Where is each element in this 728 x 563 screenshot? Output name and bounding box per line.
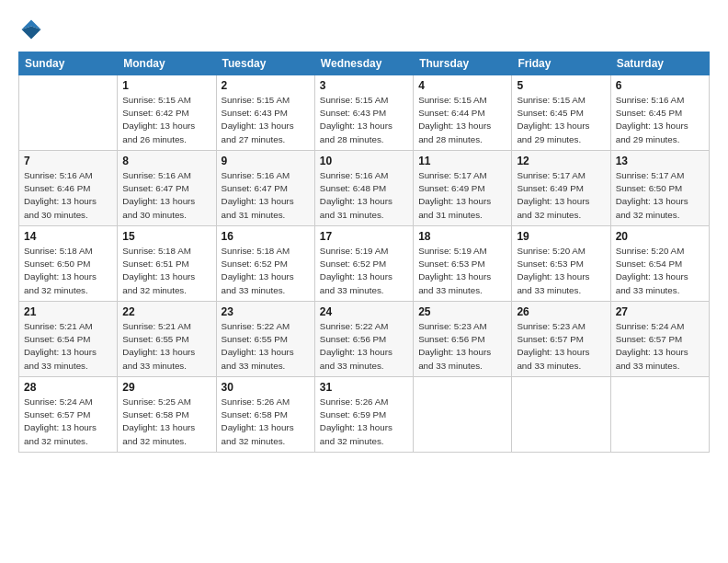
day-info: Sunrise: 5:16 AM Sunset: 6:47 PM Dayligh…: [222, 169, 310, 222]
day-number: 6: [616, 79, 704, 92]
week-row-1: 1Sunrise: 5:15 AM Sunset: 6:42 PM Daylig…: [19, 75, 710, 151]
calendar-cell: 9Sunrise: 5:16 AM Sunset: 6:47 PM Daylig…: [216, 151, 314, 226]
day-number: 26: [517, 305, 605, 318]
day-info: Sunrise: 5:15 AM Sunset: 6:45 PM Dayligh…: [517, 94, 605, 146]
col-header-thursday: Thursday: [414, 52, 512, 75]
calendar-cell: 27Sunrise: 5:24 AM Sunset: 6:57 PM Dayli…: [610, 302, 709, 377]
calendar-cell: 21Sunrise: 5:21 AM Sunset: 6:54 PM Dayli…: [19, 302, 118, 377]
col-header-friday: Friday: [512, 52, 610, 75]
day-info: Sunrise: 5:18 AM Sunset: 6:52 PM Dayligh…: [222, 245, 310, 297]
day-number: 7: [24, 155, 112, 167]
day-info: Sunrise: 5:15 AM Sunset: 6:44 PM Dayligh…: [418, 94, 506, 146]
day-number: 31: [320, 381, 408, 394]
calendar-cell: [19, 75, 118, 151]
logo-icon: [18, 17, 44, 42]
calendar-header: SundayMondayTuesdayWednesdayThursdayFrid…: [19, 52, 710, 75]
day-info: Sunrise: 5:23 AM Sunset: 6:57 PM Dayligh…: [517, 320, 605, 373]
day-number: 21: [24, 305, 112, 318]
calendar-cell: 24Sunrise: 5:22 AM Sunset: 6:56 PM Dayli…: [314, 302, 413, 377]
day-number: 2: [222, 79, 310, 92]
day-info: Sunrise: 5:18 AM Sunset: 6:51 PM Dayligh…: [122, 245, 210, 297]
calendar-cell: [610, 377, 709, 453]
day-number: 20: [616, 230, 704, 243]
day-number: 24: [320, 305, 408, 318]
calendar-cell: 31Sunrise: 5:26 AM Sunset: 6:59 PM Dayli…: [314, 377, 413, 453]
calendar-cell: 12Sunrise: 5:17 AM Sunset: 6:49 PM Dayli…: [512, 151, 610, 226]
day-number: 3: [320, 79, 408, 92]
calendar-cell: 26Sunrise: 5:23 AM Sunset: 6:57 PM Dayli…: [512, 302, 610, 377]
week-row-4: 21Sunrise: 5:21 AM Sunset: 6:54 PM Dayli…: [19, 302, 710, 377]
calendar-cell: 2Sunrise: 5:15 AM Sunset: 6:43 PM Daylig…: [216, 75, 314, 151]
day-info: Sunrise: 5:17 AM Sunset: 6:49 PM Dayligh…: [418, 169, 506, 222]
day-info: Sunrise: 5:24 AM Sunset: 6:57 PM Dayligh…: [24, 396, 112, 448]
calendar-cell: 16Sunrise: 5:18 AM Sunset: 6:52 PM Dayli…: [216, 226, 314, 302]
day-info: Sunrise: 5:25 AM Sunset: 6:58 PM Dayligh…: [122, 396, 210, 448]
day-number: 30: [222, 381, 310, 394]
day-info: Sunrise: 5:23 AM Sunset: 6:56 PM Dayligh…: [418, 320, 506, 373]
day-info: Sunrise: 5:15 AM Sunset: 6:42 PM Dayligh…: [122, 94, 210, 146]
calendar-cell: 15Sunrise: 5:18 AM Sunset: 6:51 PM Dayli…: [118, 226, 216, 302]
day-info: Sunrise: 5:19 AM Sunset: 6:53 PM Dayligh…: [418, 245, 506, 297]
week-row-5: 28Sunrise: 5:24 AM Sunset: 6:57 PM Dayli…: [19, 377, 710, 453]
calendar-table: SundayMondayTuesdayWednesdayThursdayFrid…: [18, 52, 710, 453]
day-info: Sunrise: 5:21 AM Sunset: 6:54 PM Dayligh…: [24, 320, 112, 373]
calendar-cell: 14Sunrise: 5:18 AM Sunset: 6:50 PM Dayli…: [19, 226, 118, 302]
day-info: Sunrise: 5:16 AM Sunset: 6:45 PM Dayligh…: [616, 94, 704, 146]
calendar-cell: 17Sunrise: 5:19 AM Sunset: 6:52 PM Dayli…: [314, 226, 413, 302]
calendar-cell: 7Sunrise: 5:16 AM Sunset: 6:46 PM Daylig…: [19, 151, 118, 226]
calendar-cell: 3Sunrise: 5:15 AM Sunset: 6:43 PM Daylig…: [314, 75, 413, 151]
col-header-tuesday: Tuesday: [216, 52, 314, 75]
day-number: 17: [320, 230, 408, 243]
day-info: Sunrise: 5:15 AM Sunset: 6:43 PM Dayligh…: [222, 94, 310, 146]
day-info: Sunrise: 5:16 AM Sunset: 6:48 PM Dayligh…: [320, 169, 408, 222]
header-row: SundayMondayTuesdayWednesdayThursdayFrid…: [19, 52, 710, 75]
col-header-wednesday: Wednesday: [314, 52, 413, 75]
col-header-monday: Monday: [118, 52, 216, 75]
day-info: Sunrise: 5:19 AM Sunset: 6:52 PM Dayligh…: [320, 245, 408, 297]
day-number: 8: [122, 155, 210, 167]
day-info: Sunrise: 5:20 AM Sunset: 6:54 PM Dayligh…: [616, 245, 704, 297]
week-row-3: 14Sunrise: 5:18 AM Sunset: 6:50 PM Dayli…: [19, 226, 710, 302]
calendar-cell: 29Sunrise: 5:25 AM Sunset: 6:58 PM Dayli…: [118, 377, 216, 453]
calendar-cell: 8Sunrise: 5:16 AM Sunset: 6:47 PM Daylig…: [118, 151, 216, 226]
calendar-cell: 28Sunrise: 5:24 AM Sunset: 6:57 PM Dayli…: [19, 377, 118, 453]
calendar-cell: 1Sunrise: 5:15 AM Sunset: 6:42 PM Daylig…: [118, 75, 216, 151]
calendar-cell: 11Sunrise: 5:17 AM Sunset: 6:49 PM Dayli…: [414, 151, 512, 226]
day-info: Sunrise: 5:16 AM Sunset: 6:46 PM Dayligh…: [24, 169, 112, 222]
day-number: 22: [122, 305, 210, 318]
calendar-cell: 25Sunrise: 5:23 AM Sunset: 6:56 PM Dayli…: [414, 302, 512, 377]
calendar-cell: 22Sunrise: 5:21 AM Sunset: 6:55 PM Dayli…: [118, 302, 216, 377]
day-number: 14: [24, 230, 112, 243]
day-number: 15: [122, 230, 210, 243]
day-number: 29: [122, 381, 210, 394]
day-info: Sunrise: 5:26 AM Sunset: 6:59 PM Dayligh…: [320, 396, 408, 448]
day-number: 16: [222, 230, 310, 243]
day-info: Sunrise: 5:18 AM Sunset: 6:50 PM Dayligh…: [24, 245, 112, 297]
calendar-cell: 23Sunrise: 5:22 AM Sunset: 6:55 PM Dayli…: [216, 302, 314, 377]
day-info: Sunrise: 5:15 AM Sunset: 6:43 PM Dayligh…: [320, 94, 408, 146]
col-header-saturday: Saturday: [610, 52, 709, 75]
calendar-cell: [512, 377, 610, 453]
day-number: 9: [222, 155, 310, 167]
day-info: Sunrise: 5:16 AM Sunset: 6:47 PM Dayligh…: [122, 169, 210, 222]
calendar-cell: 5Sunrise: 5:15 AM Sunset: 6:45 PM Daylig…: [512, 75, 610, 151]
day-number: 25: [418, 305, 506, 318]
logo: [18, 17, 48, 42]
day-info: Sunrise: 5:24 AM Sunset: 6:57 PM Dayligh…: [616, 320, 704, 373]
day-info: Sunrise: 5:22 AM Sunset: 6:55 PM Dayligh…: [222, 320, 310, 373]
calendar-cell: 10Sunrise: 5:16 AM Sunset: 6:48 PM Dayli…: [314, 151, 413, 226]
calendar-cell: 6Sunrise: 5:16 AM Sunset: 6:45 PM Daylig…: [610, 75, 709, 151]
day-number: 10: [320, 155, 408, 167]
day-number: 27: [616, 305, 704, 318]
calendar-body: 1Sunrise: 5:15 AM Sunset: 6:42 PM Daylig…: [19, 75, 710, 453]
col-header-sunday: Sunday: [19, 52, 118, 75]
page: SundayMondayTuesdayWednesdayThursdayFrid…: [0, 0, 728, 563]
day-number: 11: [418, 155, 506, 167]
day-number: 28: [24, 381, 112, 394]
calendar-cell: [414, 377, 512, 453]
day-number: 13: [616, 155, 704, 167]
day-info: Sunrise: 5:17 AM Sunset: 6:50 PM Dayligh…: [616, 169, 704, 222]
day-number: 1: [122, 79, 210, 92]
day-info: Sunrise: 5:21 AM Sunset: 6:55 PM Dayligh…: [122, 320, 210, 373]
calendar-cell: 30Sunrise: 5:26 AM Sunset: 6:58 PM Dayli…: [216, 377, 314, 453]
